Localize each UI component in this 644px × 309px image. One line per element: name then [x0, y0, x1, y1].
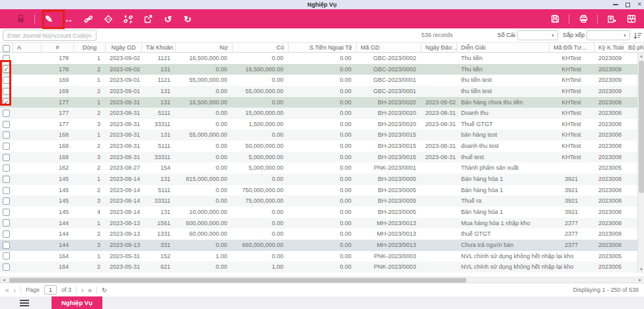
table-row[interactable]: 14522023-08-1451110.00750,000,000.000.00… — [0, 185, 644, 196]
table-row[interactable]: 14542023-08-1413110,000,000.000.000.00BH… — [0, 207, 644, 218]
scroll-up-icon[interactable]: ▲ — [638, 54, 644, 58]
row-checkbox[interactable] — [3, 219, 10, 226]
column-header-due[interactable]: Ngày Đáo ... — [421, 43, 457, 53]
table-row[interactable]: 14432023-08-133310.00660,000,000.000.00M… — [0, 240, 644, 251]
table-row[interactable]: 17812023-09-02112116,500,000.000.000.00G… — [0, 53, 644, 64]
table-row[interactable]: 16912023-09-01112155,000,000.000.000.00G… — [0, 75, 644, 86]
close-button[interactable]: × — [637, 0, 641, 9]
open-external-icon[interactable] — [142, 13, 154, 25]
journal-icon[interactable] — [606, 13, 618, 25]
cell-desc: Thành phẩm sản xuất — [457, 162, 550, 174]
vertical-scrollbar[interactable]: ▲ ▼ — [637, 53, 644, 273]
row-checkbox[interactable] — [3, 176, 10, 183]
row-checkbox[interactable] — [3, 263, 10, 271]
search-input[interactable] — [3, 30, 96, 41]
table-row[interactable]: 16422023-05-316210.001.000.00PNK-2023/00… — [0, 261, 644, 273]
cell-due — [421, 162, 457, 174]
sort-dropdown[interactable]: ▼ — [587, 30, 630, 40]
table-row[interactable]: 14532023-08-14333110.0075,000,000.000.00… — [0, 195, 644, 207]
column-header-foreign[interactable]: S.Tiền Ngoại Tệ — [289, 43, 357, 53]
table-row[interactable]: 17732023-08-31333110.001,500,000.000.00B… — [0, 119, 644, 130]
column-header-code[interactable]: Mã GD — [357, 43, 421, 53]
row-checkbox[interactable] — [3, 242, 10, 249]
page-number-input[interactable] — [44, 285, 57, 294]
column-header-account[interactable]: Tài Khoản — [142, 43, 176, 53]
cell-due — [421, 129, 457, 141]
row-checkbox[interactable] — [3, 252, 10, 259]
column-header-date[interactable]: Ngày GD — [106, 43, 142, 53]
table-row[interactable]: 14512023-08-14131815,000,000.000.000.00B… — [0, 174, 644, 185]
unlink-icon[interactable] — [122, 13, 134, 25]
table-row[interactable]: 16222023-08-271540.005,000,000.000.00PNK… — [0, 162, 644, 174]
row-checkbox[interactable] — [3, 110, 10, 117]
minimize-button[interactable] — [613, 4, 618, 5]
column-header-dept[interactable]: Bộ phận — [624, 43, 644, 53]
table-row[interactable]: 16822023-08-3151110.0050,000,000.000.00B… — [0, 141, 644, 152]
hamburger-menu-icon[interactable] — [20, 300, 29, 306]
row-checkbox[interactable] — [3, 154, 10, 161]
cell-desc: Doanh thu — [457, 108, 550, 119]
table-row[interactable]: 16412023-05-311521.000.000.00PNK-2023/00… — [0, 251, 644, 262]
cell-line: 2 — [74, 86, 106, 97]
row-checkbox[interactable] — [3, 164, 10, 172]
column-header-num[interactable]: # — [42, 43, 74, 53]
table-row[interactable]: 17722023-08-3151110.0015,000,000.000.00B… — [0, 108, 644, 119]
column-header-desc[interactable]: Diễn Giải — [457, 43, 550, 53]
row-checkbox[interactable] — [3, 187, 10, 194]
column-header-debit[interactable]: Nợ — [176, 43, 233, 53]
table-row[interactable]: 14412023-08-131561600,000,000.000.000.00… — [0, 218, 644, 229]
table-row[interactable]: 16922023-09-011310.0055,000,000.000.00GB… — [0, 86, 644, 97]
cell-foreign: 0.00 — [289, 129, 357, 141]
column-header-checkbox[interactable] — [0, 43, 13, 53]
row-checkbox[interactable] — [3, 131, 10, 139]
row-checkbox[interactable] — [3, 209, 10, 216]
sort-amount-icon[interactable] — [633, 31, 642, 43]
code-diamond-icon[interactable] — [102, 13, 114, 25]
prev-page-button[interactable]: ‹ — [14, 284, 16, 296]
refresh-icon[interactable]: ↻ — [182, 13, 194, 25]
column-header-a[interactable]: A — [13, 43, 42, 53]
cell-desc: Bán hàng hóa 1 — [457, 207, 550, 218]
column-header-partner[interactable]: Mã Đối Tư... — [550, 43, 594, 53]
cell-desc: NVL chính sử dụng không hết nhập lại kho — [457, 251, 550, 262]
column-header-credit[interactable]: Có — [233, 43, 289, 53]
annotation-box-link-icon — [42, 10, 65, 29]
table-row[interactable]: 14422023-08-13133160,000,000.000.000.00M… — [0, 228, 644, 240]
cell-partner: 3921 — [550, 185, 594, 196]
horizontal-scrollbar-thumb[interactable] — [9, 278, 466, 283]
cell-line: 1 — [74, 53, 106, 64]
maximize-button[interactable] — [626, 3, 630, 7]
cell-date: 2023-08-31 — [106, 97, 142, 108]
cell-period: 2023009 — [594, 53, 624, 64]
table-row[interactable]: ✓17822023-09-021310.0016,500,000.000.00G… — [0, 64, 644, 75]
link-icon[interactable] — [83, 13, 94, 25]
print-icon[interactable] — [577, 13, 589, 25]
undo-icon[interactable]: ↺ — [162, 13, 174, 25]
scroll-left-icon[interactable]: ◄ — [2, 278, 6, 282]
row-checkbox[interactable] — [3, 197, 10, 205]
row-checkbox[interactable] — [3, 230, 10, 238]
vertical-scrollbar-thumb[interactable] — [639, 61, 644, 193]
refresh-page-icon[interactable]: ↻ — [102, 284, 107, 296]
cell-desc: Thuế GTGT — [457, 119, 550, 130]
next-page-button[interactable]: › — [81, 284, 83, 296]
scroll-down-icon[interactable]: ▼ — [638, 267, 644, 271]
column-header-line[interactable]: Dòng — [74, 43, 106, 53]
row-checkbox[interactable] — [3, 143, 10, 150]
cell-line: 1 — [74, 97, 106, 108]
column-header-period[interactable]: Kỳ K.Toán — [594, 43, 624, 53]
table-row[interactable]: ✓17712023-08-3113116,500,000.000.000.00B… — [0, 97, 644, 108]
save-icon[interactable] — [549, 13, 561, 25]
last-page-button[interactable]: » — [88, 284, 92, 296]
table-row[interactable]: 16812023-08-3113155,000,000.000.000.00BH… — [0, 129, 644, 141]
bottom-tab-nghiep-vu[interactable]: Nghiệp Vụ — [52, 296, 102, 309]
horizontal-scrollbar[interactable]: ◄ ► — [0, 277, 644, 283]
scroll-right-icon[interactable]: ► — [638, 278, 642, 282]
first-page-button[interactable]: « — [5, 284, 9, 296]
row-checkbox[interactable] — [3, 121, 10, 128]
ledger-dropdown[interactable]: ▼ — [517, 30, 558, 40]
select-all-checkbox[interactable] — [3, 45, 10, 52]
lock-icon[interactable] — [15, 13, 26, 25]
grid-view-icon[interactable] — [626, 13, 637, 25]
table-row[interactable]: 16832023-08-31333110.005,000,000.000.00B… — [0, 152, 644, 163]
